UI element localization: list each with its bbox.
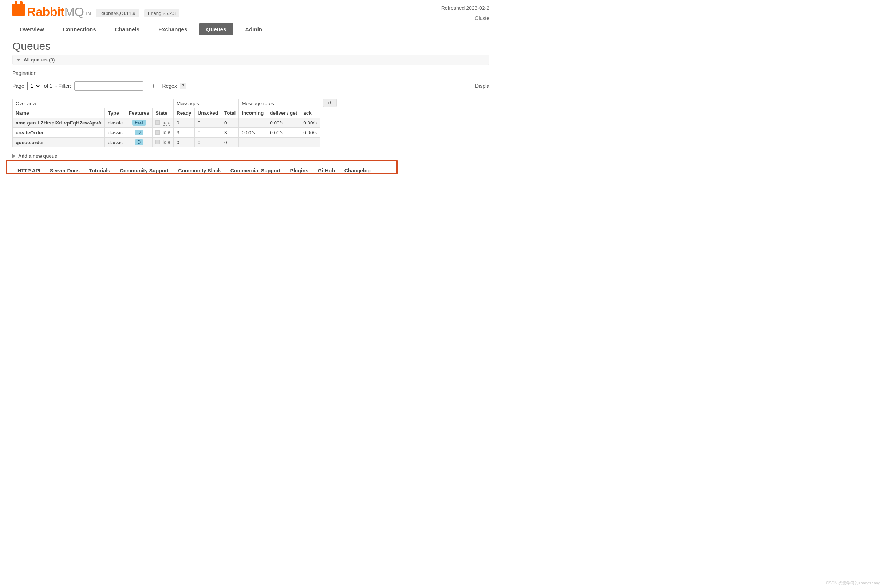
tab-admin[interactable]: Admin: [238, 22, 269, 34]
footer-link-plugins[interactable]: Plugins: [290, 168, 309, 174]
all-queues-label: All queues (3): [24, 57, 55, 63]
group-messages: Messages: [174, 99, 239, 108]
rabbitmq-logo-icon: [12, 4, 25, 16]
table-row: amq.gen-LZHtsplXrLvpEqH7ewApvAclassicExc…: [13, 118, 320, 128]
col-ack[interactable]: ack: [301, 108, 320, 118]
footer-link-community-slack[interactable]: Community Slack: [178, 168, 221, 174]
cell-deliver_get: 0.00/s: [267, 128, 301, 138]
rabbitmq-version-pill: RabbitMQ 3.11.9: [96, 9, 139, 18]
cell-total: 0: [221, 118, 239, 128]
queue-features: D: [126, 138, 152, 147]
cell-total: 3: [221, 128, 239, 138]
col-unacked[interactable]: Unacked: [194, 108, 221, 118]
col-type[interactable]: Type: [105, 108, 126, 118]
footer-link-changelog[interactable]: Changelog: [344, 168, 371, 174]
tab-exchanges[interactable]: Exchanges: [151, 22, 194, 34]
cell-ready: 0: [174, 118, 195, 128]
regex-checkbox[interactable]: [153, 84, 158, 88]
cell-ack: 0.00/s: [301, 118, 320, 128]
cell-incoming: [239, 118, 267, 128]
queue-name-link[interactable]: queue.order: [13, 138, 105, 147]
displaying-label: Displa: [475, 83, 489, 89]
help-icon[interactable]: ?: [180, 82, 186, 89]
queue-type: classic: [105, 128, 126, 138]
logo-text-mq: MQ: [65, 5, 84, 18]
queue-name-link[interactable]: amq.gen-LZHtsplXrLvpEqH7ewApvA: [13, 118, 105, 128]
tab-channels[interactable]: Channels: [108, 22, 147, 34]
col-deliver-get[interactable]: deliver / get: [267, 108, 301, 118]
columns-toggle-button[interactable]: +/-: [323, 99, 337, 107]
table-row: createOrderclassicDidle3030.00/s0.00/s0.…: [13, 128, 320, 138]
page-title: Queues: [12, 40, 489, 52]
state-square-icon: [155, 130, 160, 135]
rabbitmq-logo[interactable]: RabbitMQTM: [12, 4, 91, 19]
cell-total: 0: [221, 138, 239, 147]
cell-incoming: [239, 138, 267, 147]
cell-unacked: 0: [194, 128, 221, 138]
pagination-label: Pagination: [12, 70, 489, 76]
cluster-label: Cluste: [441, 13, 489, 23]
footer-link-commercial-support[interactable]: Commercial Support: [230, 168, 281, 174]
queues-table: Overview Messages Message rates NameType…: [12, 99, 320, 147]
feature-badge: Excl: [132, 120, 146, 126]
queue-name-link[interactable]: createOrder: [13, 128, 105, 138]
footer-link-http-api[interactable]: HTTP API: [18, 168, 41, 174]
col-incoming[interactable]: incoming: [239, 108, 267, 118]
queue-type: classic: [105, 118, 126, 128]
erlang-version-pill: Erlang 25.2.3: [144, 9, 179, 18]
queue-state: idle: [153, 118, 174, 128]
add-queue-label: Add a new queue: [18, 153, 57, 159]
table-row: queue.orderclassicDidle000: [13, 138, 320, 147]
footer-link-server-docs[interactable]: Server Docs: [50, 168, 80, 174]
of-pages: of 1: [44, 83, 53, 89]
cell-ack: 0.00/s: [301, 128, 320, 138]
cell-unacked: 0: [194, 138, 221, 147]
col-features[interactable]: Features: [126, 108, 152, 118]
page-select[interactable]: 1: [27, 82, 41, 90]
cell-ready: 3: [174, 128, 195, 138]
filter-input[interactable]: [74, 81, 143, 91]
chevron-down-icon: [17, 58, 21, 62]
cell-deliver_get: 0.00/s: [267, 118, 301, 128]
queue-state: idle: [153, 128, 174, 138]
queue-features: D: [126, 128, 152, 138]
cell-ready: 0: [174, 138, 195, 147]
tab-queues[interactable]: Queues: [199, 22, 233, 34]
feature-badge: D: [135, 129, 144, 135]
cell-unacked: 0: [194, 118, 221, 128]
queue-features: Excl: [126, 118, 152, 128]
state-square-icon: [155, 120, 160, 125]
col-ready[interactable]: Ready: [174, 108, 195, 118]
state-square-icon: [155, 140, 160, 144]
main-tabs: OverviewConnectionsChannelsExchangesQueu…: [12, 22, 489, 35]
col-name[interactable]: Name: [13, 108, 105, 118]
group-overview: Overview: [13, 99, 174, 108]
all-queues-section[interactable]: All queues (3): [12, 55, 489, 65]
logo-tm: TM: [86, 11, 91, 15]
state-text: idle: [163, 120, 170, 126]
cell-deliver_get: [267, 138, 301, 147]
cell-incoming: 0.00/s: [239, 128, 267, 138]
tab-connections[interactable]: Connections: [56, 22, 104, 34]
footer-link-community-support[interactable]: Community Support: [120, 168, 169, 174]
page-word: Page: [12, 83, 24, 89]
state-text: idle: [163, 129, 170, 135]
queue-type: classic: [105, 138, 126, 147]
state-text: idle: [163, 140, 170, 145]
filter-divider: - Filter:: [55, 83, 71, 89]
regex-label: Regex: [162, 83, 177, 89]
col-total[interactable]: Total: [221, 108, 239, 118]
refreshed-label: Refreshed 2023-02-2: [441, 3, 489, 13]
chevron-right-icon: [12, 154, 15, 158]
col-state[interactable]: State: [153, 108, 174, 118]
group-rates: Message rates: [239, 99, 320, 108]
tab-overview[interactable]: Overview: [12, 22, 51, 34]
footer-links: HTTP APIServer DocsTutorialsCommunity Su…: [12, 168, 489, 174]
cell-ack: [301, 138, 320, 147]
footer-link-tutorials[interactable]: Tutorials: [89, 168, 110, 174]
feature-badge: D: [135, 140, 144, 145]
logo-text-rabbit: Rabbit: [27, 5, 65, 18]
footer-link-github[interactable]: GitHub: [318, 168, 335, 174]
queue-state: idle: [153, 138, 174, 147]
add-queue-section[interactable]: Add a new queue: [12, 153, 489, 159]
